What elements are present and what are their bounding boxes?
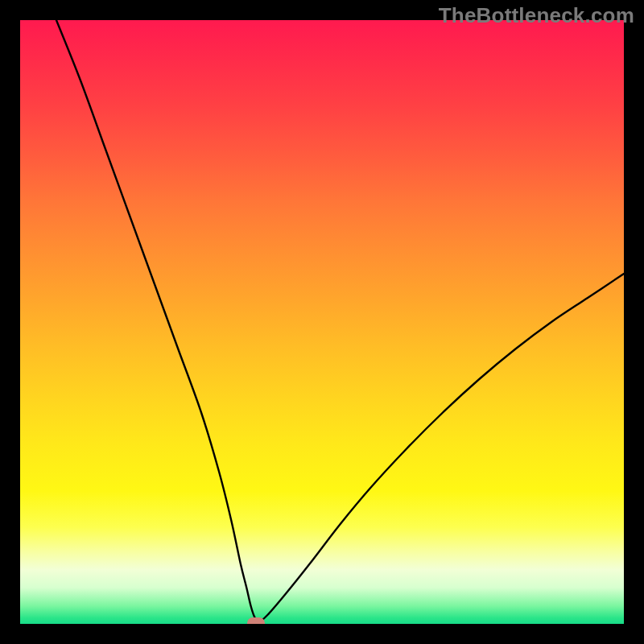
chart-frame: TheBottleneck.com xyxy=(0,0,644,644)
bottleneck-curve xyxy=(20,20,624,624)
plot-area xyxy=(20,20,624,624)
watermark-text: TheBottleneck.com xyxy=(439,3,634,28)
optimal-marker xyxy=(247,617,265,625)
